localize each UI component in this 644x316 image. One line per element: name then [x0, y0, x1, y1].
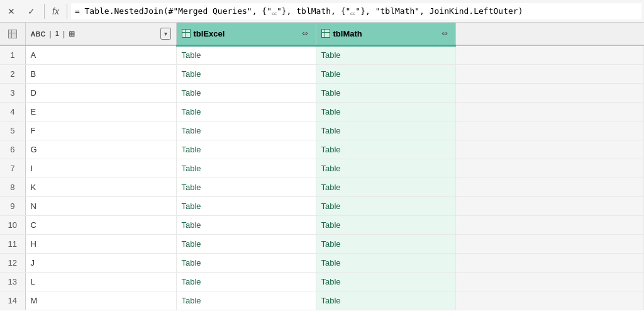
empty-cell [455, 272, 644, 291]
table-row: 10 C Table Table [0, 215, 644, 234]
table-row: 12 J Table Table [0, 253, 644, 272]
row-num-cell: 12 [0, 253, 25, 272]
tblMath-cell: Table [316, 45, 455, 64]
table-row: 11 H Table Table [0, 234, 644, 253]
empty-cell [455, 178, 644, 196]
table-row: 1 A Table Table [0, 45, 644, 64]
col-index-cell: F [25, 121, 176, 140]
abc-icon: ABC [31, 30, 46, 38]
row-num-cell: 9 [0, 196, 25, 215]
tblExcel-header: tblExcel ⇔ [176, 23, 316, 45]
empty-cell [455, 121, 644, 140]
col-index-cell: B [25, 64, 176, 83]
tblMath-label: tblMath [333, 29, 362, 38]
divider2 [67, 4, 67, 19]
col-index-cell: K [25, 178, 176, 196]
empty-cell [455, 234, 644, 253]
row-num-cell: 10 [0, 215, 25, 234]
tblMath-cell: Table [316, 253, 455, 272]
tblMath-cell: Table [316, 64, 455, 83]
tblMath-cell: Table [316, 102, 455, 121]
col-index-cell: L [25, 272, 176, 291]
empty-cell [455, 253, 644, 272]
col-index-cell: G [25, 140, 176, 159]
table-row: 13 L Table Table [0, 272, 644, 291]
tblMath-cell: Table [316, 159, 455, 178]
row-num-cell: 14 [0, 291, 25, 310]
table-container: ABC | 1 | ⊞ ▾ tblExcel [0, 23, 644, 316]
table-row: 9 N Table Table [0, 196, 644, 215]
col-index-cell: N [25, 196, 176, 215]
formula-bar: ✕ ✓ fx [0, 0, 644, 23]
tblMath-cell: Table [316, 215, 455, 234]
tblExcel-label: tblExcel [194, 29, 225, 38]
tblExcel-cell: Table [176, 215, 316, 234]
empty-cell [455, 102, 644, 121]
tblExcel-cell: Table [176, 121, 316, 140]
table-row: 14 M Table Table [0, 291, 644, 310]
col-index-cell: H [25, 234, 176, 253]
tblMath-cell: Table [316, 121, 455, 140]
tblMath-table-icon [321, 29, 330, 38]
header-row: ABC | 1 | ⊞ ▾ tblExcel [0, 23, 644, 45]
tblMath-expand-button[interactable]: ⇔ [439, 29, 450, 38]
tblMath-header: tblMath ⇔ [316, 23, 455, 45]
mixed-icon: ⊞ [69, 30, 75, 38]
table-row: 6 G Table Table [0, 140, 644, 159]
row-num-cell: 3 [0, 83, 25, 102]
table-body: 1 A Table Table 2 B Table Table 3 D Tabl… [0, 45, 644, 310]
row-num-header [0, 23, 25, 45]
row-num-cell: 1 [0, 45, 25, 64]
tblExcel-cell: Table [176, 178, 316, 196]
confirm-button[interactable]: ✓ [23, 3, 40, 20]
tblExcel-cell: Table [176, 234, 316, 253]
tblExcel-expand-button[interactable]: ⇔ [299, 29, 311, 38]
col-index-cell: D [25, 83, 176, 102]
empty-cell [455, 64, 644, 83]
divider [44, 4, 45, 19]
empty-cell [455, 159, 644, 178]
table-row: 8 K Table Table [0, 178, 644, 196]
empty-cell [455, 45, 644, 64]
tblMath-cell: Table [316, 140, 455, 159]
empty-cell [455, 83, 644, 102]
tblMath-cell: Table [316, 178, 455, 196]
tblExcel-cell: Table [176, 64, 316, 83]
tblExcel-cell: Table [176, 291, 316, 310]
filter-button[interactable]: ▾ [160, 28, 171, 40]
row-num-cell: 4 [0, 102, 25, 121]
empty-cell [455, 196, 644, 215]
empty-header [455, 23, 644, 45]
tblExcel-cell: Table [176, 45, 316, 64]
data-table: ABC | 1 | ⊞ ▾ tblExcel [0, 23, 644, 310]
tblExcel-cell: Table [176, 196, 316, 215]
formula-input[interactable] [71, 3, 641, 20]
empty-cell [455, 291, 644, 310]
tblExcel-cell: Table [176, 102, 316, 121]
table-row: 5 F Table Table [0, 121, 644, 140]
tblExcel-cell: Table [176, 159, 316, 178]
tblExcel-cell: Table [176, 83, 316, 102]
table-row: 7 I Table Table [0, 159, 644, 178]
col-index-cell: A [25, 45, 176, 64]
tblExcel-cell: Table [176, 253, 316, 272]
empty-cell [455, 215, 644, 234]
tblExcel-cell: Table [176, 140, 316, 159]
col-index-cell: C [25, 215, 176, 234]
tblExcel-table-icon [182, 29, 191, 38]
row-num-cell: 13 [0, 272, 25, 291]
tblMath-cell: Table [316, 291, 455, 310]
row-num-cell: 11 [0, 234, 25, 253]
col-index-cell: J [25, 253, 176, 272]
col-index-cell: M [25, 291, 176, 310]
row-num-cell: 8 [0, 178, 25, 196]
col-index-cell: I [25, 159, 176, 178]
close-button[interactable]: ✕ [3, 3, 20, 20]
fx-label: fx [48, 6, 63, 16]
row-num-cell: 5 [0, 121, 25, 140]
table-row: 2 B Table Table [0, 64, 644, 83]
tblExcel-cell: Table [176, 272, 316, 291]
col-index-cell: E [25, 102, 176, 121]
empty-cell [455, 140, 644, 159]
table-row: 3 D Table Table [0, 83, 644, 102]
